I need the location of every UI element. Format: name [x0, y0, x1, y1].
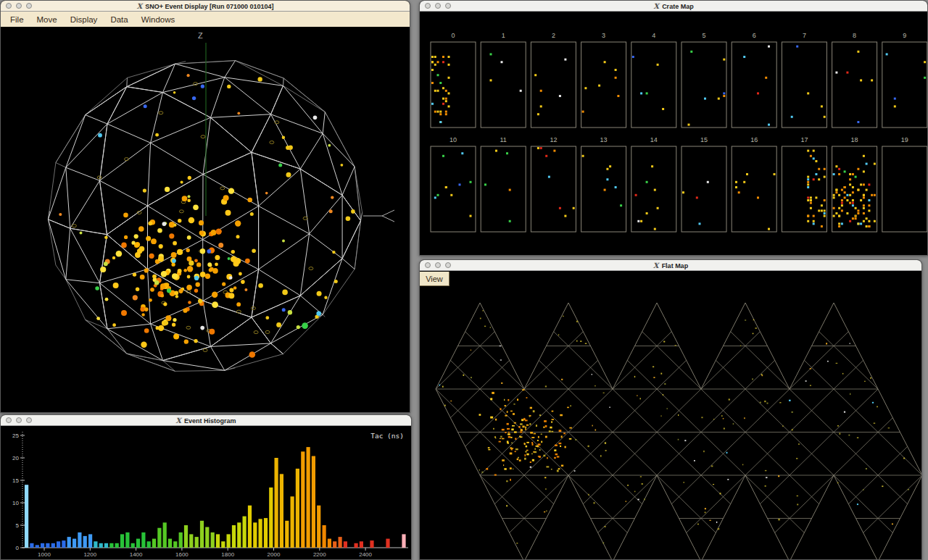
crate-hit [439, 111, 442, 113]
histogram-bar [120, 534, 124, 548]
crate-hit [846, 194, 848, 196]
event-display-canvas[interactable]: Z [1, 27, 410, 412]
histogram-bar [280, 474, 283, 548]
event-display-titlebar[interactable]: XSNO+ Event Display [Run 071000 010104] [1, 1, 410, 12]
pmt-hit [184, 339, 188, 343]
menu-data[interactable]: Data [104, 14, 134, 25]
window-button-close[interactable] [6, 417, 12, 423]
crate-15-box[interactable] [682, 146, 726, 232]
crate-5-box[interactable] [682, 42, 726, 128]
pmt-hit [276, 322, 281, 327]
crate-13-box[interactable] [581, 146, 626, 232]
flat-hit [664, 383, 666, 385]
flat-hit [531, 437, 534, 438]
pmt-hit [212, 301, 218, 308]
crate-hit [815, 173, 817, 175]
window-button-close[interactable] [6, 3, 12, 9]
window-button-minimize[interactable] [16, 417, 22, 423]
flat-map-net[interactable] [420, 271, 921, 560]
histogram-bar [227, 534, 231, 548]
menu-move[interactable]: Move [30, 14, 64, 25]
tac-histogram[interactable]: 2520151050100012001400160018002000220024… [1, 426, 411, 560]
detector-sphere-view[interactable]: Z [1, 27, 410, 413]
crate-hit [654, 228, 656, 230]
flat-hit [551, 422, 552, 423]
crate-7-box[interactable] [782, 42, 826, 128]
crate-17-box[interactable] [782, 146, 826, 232]
pmt-hit [194, 289, 198, 293]
window-button-zoom[interactable] [26, 3, 32, 9]
window-button-minimize[interactable] [435, 3, 441, 9]
crate-hit [431, 69, 434, 71]
crate-hit [431, 61, 434, 63]
crate-1-box[interactable] [481, 42, 526, 128]
pmt-hit [144, 307, 149, 312]
pmt-hit [228, 257, 231, 260]
crate-map-canvas[interactable]: 012345678910111213141516171819 [420, 12, 927, 255]
flat-map-canvas[interactable]: View [420, 271, 921, 559]
crate-3-box[interactable] [581, 42, 626, 128]
crate-hit [445, 90, 447, 92]
pmt-hit [188, 176, 191, 180]
crate-9-box[interactable] [882, 42, 927, 128]
view-menu-button[interactable]: View [420, 272, 450, 286]
window-controls [425, 3, 451, 9]
flat-hit [594, 502, 595, 503]
window-button-close[interactable] [425, 262, 431, 268]
crate-hit [768, 124, 770, 126]
crate-hit [646, 181, 648, 183]
histogram-bar [141, 532, 145, 548]
pmt-hit [187, 199, 191, 203]
pmt-hit [222, 283, 225, 286]
window-button-minimize[interactable] [16, 3, 22, 9]
flat-hit [637, 396, 638, 396]
crate-grid[interactable]: 012345678910111213141516171819 [420, 12, 927, 256]
menu-display[interactable]: Display [64, 14, 104, 25]
crate-hit [818, 178, 820, 180]
flat-map-titlebar[interactable]: XFlat Map [420, 260, 921, 271]
pmt-hit [133, 272, 136, 276]
crate-0-box[interactable] [431, 42, 476, 128]
crate-hit [838, 225, 840, 227]
pmt-hit [136, 288, 139, 291]
window-button-zoom[interactable] [26, 417, 32, 423]
crate-6-box[interactable] [732, 42, 776, 128]
y-tick-label: 0 [16, 545, 20, 551]
window-button-close[interactable] [425, 3, 431, 9]
crate-hit [743, 56, 745, 58]
pmt-hit [229, 288, 233, 292]
crate-hit [857, 209, 859, 212]
crate-hit [437, 194, 439, 196]
crate-12-box[interactable] [531, 146, 576, 232]
window-button-zoom[interactable] [445, 3, 451, 9]
window-button-zoom[interactable] [445, 262, 451, 268]
crate-hit [654, 189, 656, 191]
menu-file[interactable]: File [4, 14, 30, 25]
histogram-bar [211, 532, 215, 548]
crate-16-box[interactable] [732, 146, 776, 232]
crate-hit [640, 92, 642, 94]
histogram-canvas[interactable]: Tac (ns) 2520151050100012001400160018002… [1, 426, 411, 559]
crate-hit [894, 98, 896, 100]
flat-hit [561, 435, 563, 438]
crate-hit [855, 217, 857, 220]
crate-19-box[interactable] [882, 146, 927, 232]
pmt-hit [207, 249, 212, 254]
flat-hit [697, 524, 699, 525]
crate-hit [495, 150, 497, 152]
flat-hit [866, 468, 867, 469]
crate-10-box[interactable] [431, 146, 476, 232]
pmt-hit [194, 259, 198, 262]
crate-map-titlebar[interactable]: XCrate Map [420, 1, 927, 12]
crate-8-box[interactable] [832, 42, 877, 128]
pmt-hit [188, 301, 191, 304]
flat-hit [705, 508, 706, 509]
crate-hit [448, 105, 450, 107]
window-button-minimize[interactable] [435, 262, 441, 268]
crate-11-box[interactable] [481, 146, 526, 232]
histogram-titlebar[interactable]: XEvent Histogram [1, 415, 411, 426]
window-controls [6, 3, 32, 9]
crate-hit [863, 204, 865, 206]
menu-windows[interactable]: Windows [135, 14, 182, 25]
crate-4-box[interactable] [631, 42, 676, 128]
